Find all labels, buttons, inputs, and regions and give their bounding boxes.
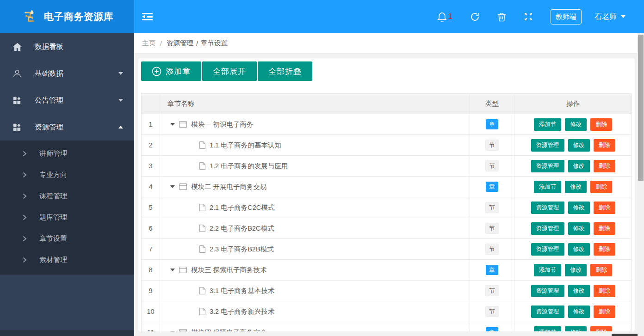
sidebar-subitem-chapter-settings[interactable]: 章节设置 (0, 228, 134, 249)
chapter-name: 模块二 开展电子商务交易 (191, 183, 267, 191)
table-row: 62.2 电子商务B2C模式节资源管理修改删除 (142, 218, 632, 239)
delete-button[interactable]: 删除 (594, 139, 615, 152)
delete-button[interactable]: 删除 (594, 222, 615, 235)
breadcrumb-item[interactable]: 主页 (142, 39, 155, 48)
sidebar-subitem-question-bank[interactable]: 题库管理 (0, 207, 134, 228)
section-name: 1.1 电子商务的基本认知 (210, 141, 281, 150)
resource-manage-button[interactable]: 资源管理 (531, 305, 564, 318)
section-name: 2.2 电子商务B2C模式 (210, 224, 274, 233)
collapse-caret-icon[interactable] (170, 331, 175, 331)
home-icon (13, 43, 22, 51)
column-header-type: 类型 (470, 94, 514, 114)
sidebar-subitem-course[interactable]: 课程管理 (0, 185, 134, 207)
expand-all-button[interactable]: 全部展开 (202, 61, 257, 81)
section-name: 2.1 电子商务C2C模式 (210, 203, 274, 212)
fullscreen-button[interactable] (524, 12, 533, 21)
role-badge[interactable]: 教师端 (551, 9, 582, 24)
user-menu[interactable]: 石老师 (594, 12, 625, 22)
resource-manage-button[interactable]: 资源管理 (531, 285, 564, 297)
section-name: 2.3 电子商务B2B模式 (210, 245, 274, 254)
logo[interactable]: 电子商务资源库 (0, 0, 134, 33)
sidebar-item-basic-data[interactable]: 基础数据 (0, 60, 134, 87)
add-section-button[interactable]: 添加节 (534, 118, 562, 131)
section-file-icon (199, 308, 205, 315)
notifications-button[interactable]: 1 (437, 12, 452, 22)
edit-button[interactable]: 修改 (565, 326, 587, 332)
table-row: 11模块四 保障电子商务安全章添加节修改删除 (142, 322, 632, 332)
delete-button[interactable]: 删除 (594, 202, 615, 214)
resource-manage-button[interactable]: 资源管理 (531, 160, 564, 172)
submenu-item-label: 素材管理 (39, 256, 67, 264)
edit-button[interactable]: 修改 (568, 160, 590, 172)
edit-button[interactable]: 修改 (568, 285, 590, 297)
edit-button[interactable]: 修改 (568, 222, 590, 235)
delete-button[interactable]: 删除 (590, 181, 612, 193)
edit-button[interactable]: 修改 (568, 243, 590, 256)
chevron-down-icon (118, 72, 123, 75)
delete-button[interactable]: 删除 (594, 160, 615, 172)
vertical-scrollbar-thumb[interactable] (638, 35, 644, 181)
collapse-all-button[interactable]: 全部折叠 (258, 61, 312, 81)
resource-manage-button[interactable]: 资源管理 (531, 139, 564, 152)
edit-button[interactable]: 修改 (568, 139, 590, 152)
table-row: 31.2 电子商务的发展与应用节资源管理修改删除 (142, 156, 632, 177)
edit-button[interactable]: 修改 (568, 202, 590, 214)
app-title: 电子商务资源库 (44, 10, 114, 23)
collapse-caret-icon[interactable] (170, 269, 175, 271)
type-badge: 节 (485, 140, 499, 151)
delete-button[interactable]: 删除 (594, 285, 615, 297)
resource-manage-button[interactable]: 资源管理 (531, 243, 564, 256)
row-number: 1 (142, 114, 160, 135)
chapter-folder-icon (179, 183, 187, 190)
edit-button[interactable]: 修改 (565, 118, 587, 131)
add-section-button[interactable]: 添加节 (534, 326, 562, 332)
breadcrumb-separator: / (196, 40, 198, 47)
sidebar-item-resource[interactable]: 资源管理 (0, 114, 134, 141)
type-badge: 节 (485, 285, 499, 297)
edit-button[interactable]: 修改 (565, 264, 587, 276)
collapse-caret-icon[interactable] (170, 185, 175, 188)
add-section-button[interactable]: 添加节 (534, 181, 562, 193)
sidebar-subitem-lecturer[interactable]: 讲师管理 (0, 143, 134, 164)
sidebar-subitem-major[interactable]: 专业方向 (0, 164, 134, 185)
section-file-icon (199, 162, 205, 170)
header-main: 1 (134, 0, 644, 33)
chevron-right-icon (23, 172, 27, 178)
resource-manage-button[interactable]: 资源管理 (531, 202, 564, 214)
collapse-caret-icon[interactable] (170, 123, 175, 126)
row-number: 11 (142, 322, 160, 332)
row-number: 10 (142, 301, 160, 322)
edit-button[interactable]: 修改 (568, 305, 590, 318)
delete-button[interactable]: 删除 (590, 118, 612, 131)
table-row: 93.1 电子商务基本技术节资源管理修改删除 (142, 281, 632, 301)
edit-button[interactable]: 修改 (565, 181, 587, 193)
table-row: 8模块三 探索电子商务技术章添加节修改删除 (142, 260, 632, 281)
type-badge: 节 (485, 306, 499, 318)
resource-manage-button[interactable]: 资源管理 (531, 222, 564, 235)
submenu-item-label: 题库管理 (39, 213, 67, 222)
clear-cache-button[interactable] (497, 12, 506, 22)
chapter-folder-icon (179, 267, 187, 273)
sidebar-item-announcement[interactable]: 公告管理 (0, 87, 134, 114)
horizontal-scrollbar-thumb[interactable] (612, 334, 638, 336)
row-number: 9 (142, 281, 160, 301)
add-section-button[interactable]: 添加节 (534, 264, 562, 276)
user-name: 石老师 (594, 12, 617, 22)
sidebar-subitem-material[interactable]: 素材管理 (0, 249, 134, 270)
sidebar-bottom-strip (0, 330, 134, 336)
type-badge: 章 (486, 182, 498, 192)
sidebar-item-dashboard[interactable]: 数据看板 (0, 33, 134, 60)
add-chapter-button[interactable]: 添加章 (141, 61, 201, 81)
delete-button[interactable]: 删除 (594, 243, 615, 256)
delete-button[interactable]: 删除 (590, 264, 612, 276)
table-row: 21.1 电子商务的基本认知节资源管理修改删除 (142, 135, 632, 156)
table-body: 1模块一 初识电子商务章添加节修改删除21.1 电子商务的基本认知节资源管理修改… (142, 114, 632, 332)
sidebar-submenu: 讲师管理专业方向课程管理题库管理章节设置素材管理 (0, 141, 134, 275)
refresh-button[interactable] (470, 12, 480, 22)
collapse-sidebar-icon[interactable] (142, 13, 153, 20)
row-number: 2 (142, 135, 160, 156)
sidebar-item-label: 公告管理 (35, 96, 118, 105)
delete-button[interactable]: 删除 (590, 326, 612, 332)
delete-button[interactable]: 删除 (594, 305, 615, 318)
chevron-right-icon (23, 151, 27, 157)
